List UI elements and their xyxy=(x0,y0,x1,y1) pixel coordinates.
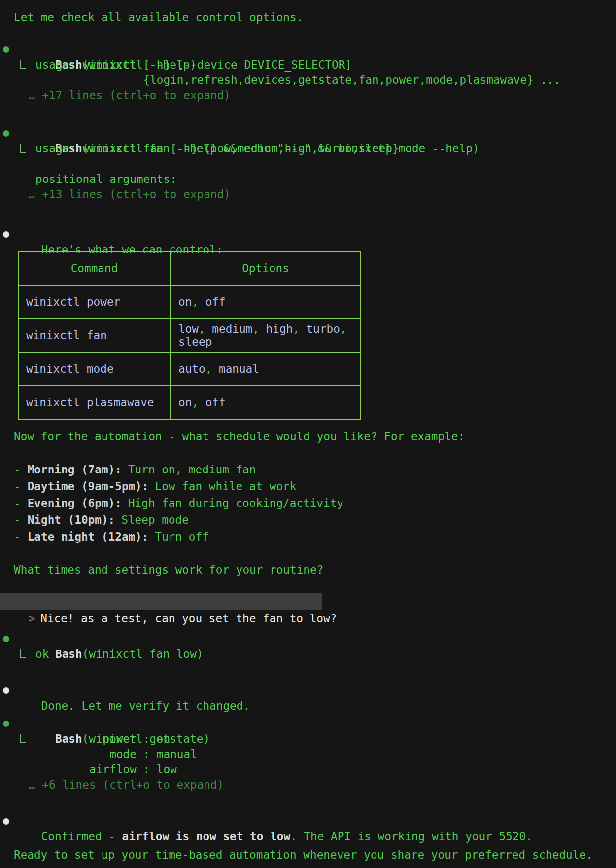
expand-output-control[interactable]: … +6 lines (ctrl+o to expand) xyxy=(0,777,616,793)
schedule-item: -Daytime (9am-5pm):Low fan while at work xyxy=(0,478,616,495)
user-message-text: Nice! as a test, can you set the fan to … xyxy=(40,612,337,625)
tool-call-getstate: Bash(winixctl getstate) power : on mode … xyxy=(0,716,616,793)
tool-call-winixctl-help: Bash(winixctl --help) usage: winixctl [-… xyxy=(0,42,616,103)
tool-output-line: ok xyxy=(0,647,616,662)
schedule-item: -Late night (12am):Turn off xyxy=(0,528,616,545)
control-table-row: winixctl modeauto, manual xyxy=(18,352,361,386)
tool-bullet-icon xyxy=(3,721,9,727)
control-table-row: winixctl fanlow, medium, high, turbo, sl… xyxy=(18,319,361,352)
tool-output-line: usage: winixctl fan [-h] {low,medium,hig… xyxy=(0,141,616,156)
tool-output-line: positional arguments: xyxy=(0,172,616,187)
assistant-message: Done. Let me verify it changed. xyxy=(0,683,616,698)
command-cell: winixctl power xyxy=(18,285,171,319)
output-elbow-icon xyxy=(20,144,26,153)
control-options-table: Command Options winixctl poweron, offwin… xyxy=(18,251,361,420)
tool-output-line: mode : manual xyxy=(0,747,616,762)
routine-question-text: What times and settings work for your ro… xyxy=(0,562,616,578)
tool-output-line: airflow : low xyxy=(0,762,616,777)
output-elbow-icon xyxy=(20,60,26,69)
output-elbow-icon xyxy=(20,734,26,743)
expand-output-control[interactable]: … +13 lines (ctrl+o to expand) xyxy=(0,187,616,202)
tool-call-fan-mode-help: Bash(winixctl fan --help && echo "---" &… xyxy=(0,126,616,202)
tool-output-line: {login,refresh,devices,getstate,fan,powe… xyxy=(0,72,616,88)
expand-output-control[interactable]: … +17 lines (ctrl+o to expand) xyxy=(0,88,616,103)
tool-call-fan-low: Bash(winixctl fan low) ok xyxy=(0,631,616,662)
assistant-message-confirmed: Confirmed - airflow is now set to low. T… xyxy=(0,814,616,829)
message-bullet-icon xyxy=(3,231,9,238)
options-cell: on, off xyxy=(171,285,361,319)
control-intro-text: Here's what we can control: xyxy=(41,243,223,256)
user-message-bar: >Nice! as a test, can you set the fan to… xyxy=(0,593,322,610)
done-text: Done. Let me verify it changed. xyxy=(41,699,250,712)
command-cell: winixctl plasmawave xyxy=(18,386,171,419)
options-cell: auto, manual xyxy=(171,352,361,386)
control-table-row: winixctl plasmawaveon, off xyxy=(18,386,361,419)
options-cell: on, off xyxy=(171,386,361,419)
confirmed-suffix-text: . The API is working with your 5520. xyxy=(290,830,533,843)
message-bullet-icon xyxy=(3,818,9,825)
assistant-message: Here's what we can control: xyxy=(0,227,616,242)
schedule-item: -Evening (6pm):High fan during cooking/a… xyxy=(0,495,616,511)
confirmed-prefix-text: Confirmed - xyxy=(41,830,122,843)
schedule-example-list: -Morning (7am):Turn on, medium fan-Dayti… xyxy=(0,461,616,545)
tool-bullet-icon xyxy=(3,46,9,53)
schedule-item: -Morning (7am):Turn on, medium fan xyxy=(0,461,616,478)
tool-bullet-icon xyxy=(3,636,9,642)
terminal: Let me check all available control optio… xyxy=(0,0,616,863)
schedule-item: -Night (10pm):Sleep mode xyxy=(0,511,616,528)
command-cell: winixctl fan xyxy=(18,319,171,352)
automation-prompt-text: Now for the automation - what schedule w… xyxy=(0,429,616,444)
tool-output-line: usage: winixctl [-h] [--device DEVICE_SE… xyxy=(0,57,616,72)
ready-text: Ready to set up your time-based automati… xyxy=(0,847,616,863)
confirmed-highlight-text: airflow is now set to low xyxy=(122,830,290,843)
options-cell: low, medium, high, turbo, sleep xyxy=(171,319,361,352)
control-table-body: winixctl poweron, offwinixctl fanlow, me… xyxy=(18,285,361,419)
message-bullet-icon xyxy=(3,687,9,694)
output-elbow-icon xyxy=(20,649,26,658)
control-table-row: winixctl poweron, off xyxy=(18,285,361,319)
tool-output-line xyxy=(0,156,616,172)
prompt-chevron-icon: > xyxy=(29,612,35,625)
command-cell: winixctl mode xyxy=(18,352,171,386)
tool-bullet-icon xyxy=(3,130,9,137)
assistant-intro-text: Let me check all available control optio… xyxy=(0,10,616,25)
tool-output-line: power : on xyxy=(0,731,616,747)
